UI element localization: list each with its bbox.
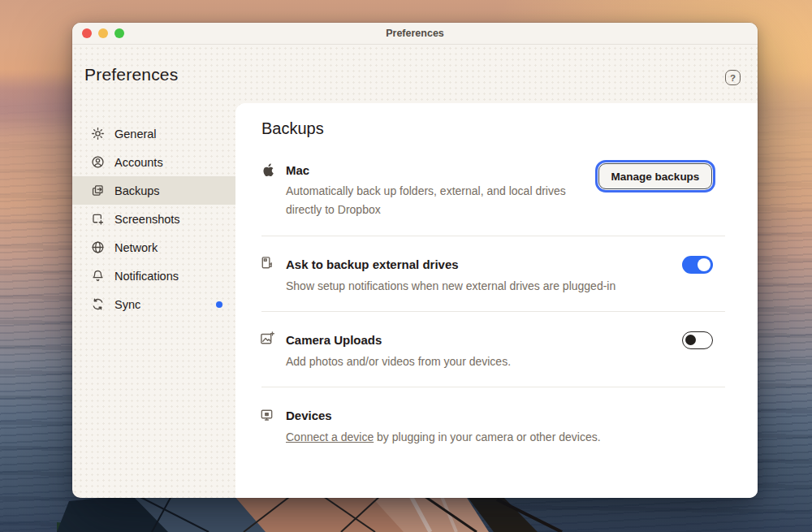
sidebar-item-accounts[interactable]: Accounts bbox=[72, 148, 235, 176]
sidebar-item-label: Backups bbox=[114, 184, 160, 197]
sync-icon bbox=[91, 297, 105, 311]
question-mark-icon: ? bbox=[730, 73, 736, 83]
row-divider bbox=[261, 387, 725, 387]
manage-backups-button[interactable]: Manage backups bbox=[598, 163, 712, 189]
devices-title: Devices bbox=[286, 409, 332, 422]
sidebar-item-network[interactable]: Network bbox=[72, 233, 235, 262]
help-button[interactable]: ? bbox=[725, 70, 741, 85]
toggle-knob bbox=[698, 258, 710, 271]
camera-uploads-title: Camera Uploads bbox=[286, 333, 382, 347]
devices-description: Connect a device by plugging in your cam… bbox=[286, 428, 708, 447]
camera-uploads-description: Add photos and/or videos from your devic… bbox=[286, 353, 676, 371]
connect-a-device-link[interactable]: Connect a device bbox=[286, 430, 374, 443]
page-title: Preferences bbox=[84, 65, 178, 84]
external-drives-description: Show setup notifications when new extern… bbox=[286, 277, 676, 296]
sidebar-item-label: Screenshots bbox=[114, 213, 180, 226]
row-divider bbox=[261, 311, 725, 312]
sailboat-photo bbox=[0, 495, 812, 532]
external-drive-icon bbox=[259, 255, 274, 270]
external-drives-title: Ask to backup external drives bbox=[286, 257, 459, 271]
external-drives-toggle[interactable] bbox=[682, 256, 713, 274]
sidebar: General Accounts Backups Screenshots bbox=[72, 119, 235, 318]
toggle-knob bbox=[685, 335, 696, 345]
bell-icon bbox=[91, 269, 105, 283]
sidebar-item-label: Network bbox=[114, 241, 158, 254]
sidebar-item-sync[interactable]: Sync bbox=[72, 290, 235, 318]
panel-heading: Backups bbox=[261, 119, 324, 138]
sidebar-item-label: General bbox=[114, 128, 157, 141]
account-icon bbox=[91, 155, 105, 169]
gear-icon bbox=[91, 127, 105, 141]
sidebar-item-notifications[interactable]: Notifications bbox=[72, 262, 235, 290]
sidebar-item-backups[interactable]: Backups bbox=[72, 176, 235, 205]
camera-uploads-toggle[interactable] bbox=[682, 331, 713, 349]
sidebar-item-screenshots[interactable]: Screenshots bbox=[72, 205, 235, 233]
sidebar-item-label: Accounts bbox=[114, 156, 163, 169]
sidebar-item-label: Sync bbox=[114, 298, 140, 311]
sidebar-item-general[interactable]: General bbox=[72, 119, 235, 148]
globe-icon bbox=[91, 240, 105, 254]
window-title: Preferences bbox=[72, 28, 758, 39]
devices-icon bbox=[259, 407, 274, 422]
backups-icon bbox=[91, 184, 105, 197]
camera-uploads-icon bbox=[259, 331, 274, 346]
sidebar-item-label: Notifications bbox=[114, 270, 179, 283]
backups-panel: Backups Mac Automatically back up folder… bbox=[235, 103, 758, 498]
sync-notification-dot bbox=[216, 301, 222, 308]
devices-description-rest: by plugging in your camera or other devi… bbox=[374, 430, 600, 443]
row-divider bbox=[261, 236, 725, 236]
preferences-window: Preferences Preferences ? General Accoun… bbox=[72, 23, 758, 498]
screenshots-icon bbox=[91, 212, 105, 226]
apple-icon bbox=[262, 162, 275, 178]
mac-row-description: Automatically back up folders, external,… bbox=[286, 182, 593, 219]
mac-row-title: Mac bbox=[286, 163, 309, 177]
window-titlebar[interactable]: Preferences bbox=[72, 23, 758, 45]
